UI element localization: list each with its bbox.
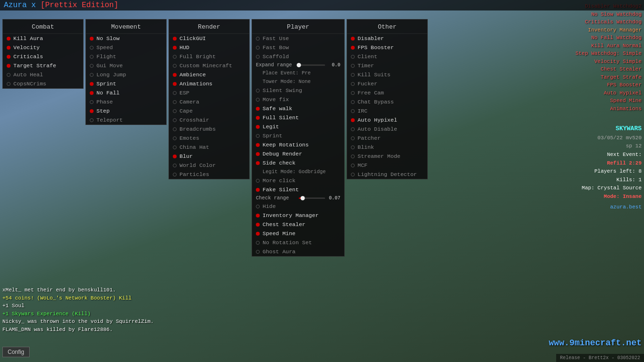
menu-item[interactable]: Target Strafe (3, 61, 83, 70)
slider-track[interactable] (299, 64, 325, 66)
menu-item[interactable]: Debug Render (252, 149, 344, 158)
menu-item[interactable]: Velocity (3, 43, 83, 52)
menu-item[interactable]: Fucker (347, 79, 427, 88)
menu-item[interactable]: Ambience (169, 70, 249, 79)
menu-item[interactable]: CopsNCrims (3, 79, 83, 88)
item-label: Flight (96, 53, 116, 60)
menu-item[interactable]: Blur (169, 152, 249, 161)
menu-item[interactable]: No Fall (86, 88, 166, 97)
menu-item[interactable]: World Color (169, 161, 249, 170)
item-label: No Rotation Set (263, 239, 312, 246)
menu-item[interactable]: Auto Disable (347, 124, 427, 134)
menu-item[interactable]: Auto Heal (3, 70, 83, 79)
menu-item[interactable]: No Slow (86, 34, 166, 43)
active-dot (351, 100, 355, 104)
menu-item[interactable]: Breadcrumbs (169, 124, 249, 134)
menu-item[interactable]: Fake Silent (252, 185, 344, 194)
menu-item[interactable]: Gui Move (86, 61, 166, 70)
menu-item[interactable]: Long Jump (86, 70, 166, 79)
menu-item[interactable]: Scaffold (252, 52, 344, 61)
right-module-item: Chest Stealer (575, 65, 642, 73)
active-dot (173, 173, 177, 176)
menu-item[interactable]: Sprint (86, 79, 166, 88)
item-label: Fake Silent (263, 186, 299, 193)
active-dot (256, 98, 260, 102)
menu-item[interactable]: Kill Aura (3, 34, 83, 43)
menu-item[interactable]: FPS Booster (347, 43, 427, 52)
menu-sub-item[interactable]: Legit Mode: Godbridge (252, 167, 344, 176)
menu-item[interactable]: Camera (169, 97, 249, 106)
menu-item[interactable]: HUD (169, 43, 249, 52)
menu-item[interactable]: Inventory Manager (252, 211, 344, 220)
menu-item[interactable]: Speed Mine (252, 229, 344, 238)
movement-panel: Movement No SlowSpeedFlightGui MoveLong … (85, 19, 167, 125)
menu-item[interactable]: Legit (252, 122, 344, 131)
menu-item[interactable]: Move fix (252, 95, 344, 104)
item-label: Chest Stealer (263, 221, 306, 228)
active-dot (7, 37, 11, 41)
menu-item[interactable]: Patcher (347, 134, 427, 143)
menu-item[interactable]: Particles (169, 170, 249, 179)
menu-item[interactable]: Ghost Aura (252, 247, 344, 256)
menu-item[interactable]: Crosshair (169, 115, 249, 124)
slider-track[interactable] (299, 197, 325, 199)
active-dot (90, 64, 94, 68)
menu-item[interactable]: Phase (86, 97, 166, 106)
menu-item[interactable]: Fast Bow (252, 43, 344, 52)
menu-item[interactable]: More click (252, 176, 344, 185)
slider-label: Expand range (256, 62, 297, 68)
movement-header: Movement (86, 20, 166, 34)
menu-item[interactable]: Chest Stealer (252, 220, 344, 229)
menu-item[interactable]: Step (86, 106, 166, 115)
menu-item[interactable]: Full Silent (252, 113, 344, 122)
right-module-item: Step Watchdog: Simple (575, 50, 642, 58)
menu-sub-item[interactable]: Place Event: Pre (252, 69, 344, 77)
slider-thumb[interactable] (300, 196, 305, 200)
menu-item[interactable]: Silent Swing (252, 86, 344, 95)
menu-item[interactable]: Speed (86, 43, 166, 52)
menu-item[interactable]: Hide (252, 202, 344, 211)
menu-item[interactable]: Chat Bypass (347, 97, 427, 106)
menu-item[interactable]: Side check (252, 158, 344, 167)
menu-item[interactable]: Kill Suits (347, 70, 427, 79)
menu-item[interactable]: Streamer Mode (347, 152, 427, 161)
menu-item[interactable]: Teleport (86, 115, 166, 124)
menu-item[interactable]: Safe walk (252, 104, 344, 113)
menu-item[interactable]: Fast Use (252, 34, 344, 43)
menu-item[interactable]: Timer (347, 61, 427, 70)
right-module-list: Disabler Watchdog2No Slow WatchdogCritic… (575, 2, 642, 113)
menu-item[interactable]: Blink (347, 143, 427, 152)
menu-item[interactable]: ESP (169, 88, 249, 97)
slider-thumb[interactable] (297, 63, 301, 67)
menu-item[interactable]: Free Cam (347, 88, 427, 97)
menu-item[interactable]: Auto Hypixel (347, 115, 427, 124)
right-module-item: No Slow Watchdog (575, 10, 642, 19)
other-header: Other (347, 20, 427, 34)
menu-item[interactable]: Sprint (252, 131, 344, 140)
item-label: Auto Hypixel (358, 117, 397, 123)
menu-item[interactable]: Criticals (3, 52, 83, 61)
slider-row[interactable]: Expand range 0.0 (252, 61, 344, 69)
menu-item[interactable]: Full Bright (169, 52, 249, 61)
menu-item[interactable]: Keep Rotations (252, 140, 344, 149)
slider-row[interactable]: Check range 0.07 (252, 194, 344, 202)
menu-item[interactable]: Disabler (347, 34, 427, 43)
menu-item[interactable]: IRC (347, 106, 427, 115)
menu-item[interactable]: Client (347, 52, 427, 61)
menu-item[interactable]: Custom Minecraft (169, 61, 249, 70)
menu-item[interactable]: Cape (169, 106, 249, 115)
menu-item[interactable]: Lightning Detector (347, 170, 427, 179)
menu-item[interactable]: ClickGUI (169, 34, 249, 43)
menu-item[interactable]: Emotes (169, 134, 249, 143)
menu-item[interactable]: MCF (347, 161, 427, 170)
right-module-item: Criticals Watchdog (575, 18, 642, 26)
menu-item[interactable]: Animations (169, 79, 249, 88)
menu-item[interactable]: No Rotation Set (252, 238, 344, 247)
menu-item[interactable]: China Hat (169, 143, 249, 152)
menu-item[interactable]: Flight (86, 52, 166, 61)
combat-header: Combat (3, 20, 83, 34)
config-button[interactable]: Config (2, 347, 30, 357)
item-label: Animations (179, 81, 212, 87)
active-dot (256, 188, 260, 192)
menu-sub-item[interactable]: Tower Mode: None (252, 77, 344, 86)
